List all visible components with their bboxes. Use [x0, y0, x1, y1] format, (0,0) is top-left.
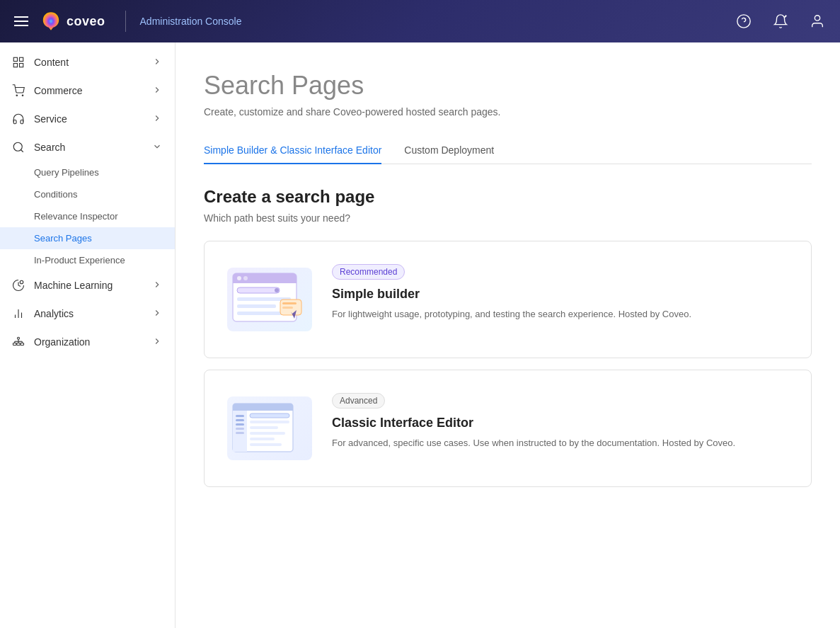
simple-builder-card[interactable]: Recommended Simple builder For lightweig… — [204, 241, 812, 358]
sidebar-item-in-product-experience[interactable]: In-Product Experience — [0, 249, 175, 271]
svg-line-3 — [785, 16, 787, 18]
headset-icon — [11, 112, 25, 126]
sidebar-commerce-label: Commerce — [34, 85, 144, 96]
sidebar-item-search[interactable]: Search — [0, 133, 175, 161]
svg-point-28 — [237, 276, 241, 280]
chevron-right-icon — [152, 336, 163, 348]
chevron-right-icon — [152, 85, 163, 96]
classic-interface-description: For advanced, specific use cases. Use wh… — [332, 436, 788, 450]
classic-interface-illustration — [227, 393, 312, 464]
svg-rect-45 — [236, 423, 244, 426]
sidebar-org-label: Organization — [34, 336, 144, 348]
sidebar-service-label: Service — [34, 113, 144, 125]
sidebar-item-content[interactable]: Content — [0, 48, 175, 76]
chevron-right-icon — [152, 280, 163, 291]
sidebar: Content Commerce Service — [0, 42, 176, 628]
svg-rect-49 — [250, 421, 289, 423]
admin-console-title: Administration Console — [140, 16, 242, 27]
sidebar-item-organization[interactable]: Organization — [0, 328, 175, 356]
page-subtitle: Create, customize and share Coveo-powere… — [204, 106, 812, 118]
relevance-inspector-label: Relevance Inspector — [34, 211, 118, 222]
sidebar-content-label: Content — [34, 57, 144, 68]
logo-text: coveo — [67, 14, 105, 29]
svg-point-1 — [737, 15, 750, 28]
svg-point-10 — [22, 95, 23, 96]
create-section-title: Create a search page — [204, 187, 812, 207]
main-content: Search Pages Create, customize and share… — [176, 42, 840, 628]
org-icon — [11, 335, 25, 349]
svg-rect-5 — [13, 57, 17, 61]
create-section-subtitle: Which path best suits your need? — [204, 212, 812, 224]
svg-rect-19 — [17, 343, 21, 346]
svg-rect-44 — [236, 419, 244, 421]
sidebar-item-relevance-inspector[interactable]: Relevance Inspector — [0, 205, 175, 227]
advanced-badge: Advanced — [332, 393, 385, 409]
in-product-experience-label: In-Product Experience — [34, 255, 125, 266]
svg-rect-43 — [236, 415, 244, 417]
svg-point-9 — [16, 95, 18, 96]
svg-point-4 — [815, 16, 819, 21]
svg-point-31 — [275, 288, 279, 292]
svg-rect-41 — [233, 409, 293, 411]
shopping-icon — [11, 84, 25, 98]
svg-rect-30 — [237, 287, 280, 293]
svg-rect-50 — [250, 426, 278, 429]
grid-icon — [11, 55, 25, 69]
ml-icon — [11, 278, 25, 292]
svg-rect-27 — [233, 279, 297, 283]
recommended-badge: Recommended — [332, 264, 405, 280]
svg-rect-33 — [237, 304, 276, 308]
page-title: Search Pages — [204, 71, 812, 101]
svg-point-17 — [18, 337, 20, 339]
header-actions — [732, 10, 829, 33]
tab-simple-builder[interactable]: Simple Builder & Classic Interface Edito… — [204, 137, 381, 164]
search-pages-label: Search Pages — [34, 233, 92, 244]
sidebar-item-machine-learning[interactable]: Machine Learning — [0, 271, 175, 299]
svg-rect-20 — [21, 343, 24, 346]
sidebar-ml-label: Machine Learning — [34, 280, 144, 291]
classic-interface-card[interactable]: Advanced Classic Interface Editor For ad… — [204, 370, 812, 487]
chevron-right-icon — [152, 113, 163, 125]
notifications-button[interactable] — [769, 10, 792, 33]
svg-rect-36 — [282, 302, 297, 304]
header: coveo Administration Console — [0, 0, 840, 42]
sidebar-item-query-pipelines[interactable]: Query Pipelines — [0, 161, 175, 183]
header-divider — [125, 11, 126, 32]
sidebar-search-label: Search — [34, 142, 144, 153]
tabs-container: Simple Builder & Classic Interface Edito… — [204, 137, 812, 164]
simple-builder-description: For lightweight usage, prototyping, and … — [332, 307, 788, 321]
svg-rect-6 — [20, 57, 23, 61]
svg-rect-7 — [13, 64, 17, 67]
user-profile-button[interactable] — [806, 10, 829, 33]
analytics-icon — [11, 307, 25, 321]
simple-builder-title: Simple builder — [332, 287, 788, 302]
classic-interface-content: Advanced Classic Interface Editor For ad… — [332, 393, 788, 450]
svg-rect-34 — [237, 312, 283, 315]
classic-interface-title: Classic Interface Editor — [332, 416, 788, 430]
svg-rect-18 — [13, 343, 17, 346]
tab-custom-deployment[interactable]: Custom Deployment — [404, 137, 494, 164]
sidebar-item-search-pages[interactable]: Search Pages — [0, 227, 175, 249]
svg-point-13 — [20, 280, 23, 284]
sidebar-item-commerce[interactable]: Commerce — [0, 76, 175, 105]
svg-rect-47 — [236, 432, 244, 434]
sidebar-item-conditions[interactable]: Conditions — [0, 183, 175, 205]
svg-rect-48 — [250, 413, 289, 418]
help-button[interactable] — [732, 10, 755, 33]
query-pipelines-label: Query Pipelines — [34, 167, 99, 178]
sidebar-item-analytics[interactable]: Analytics — [0, 299, 175, 328]
sidebar-analytics-label: Analytics — [34, 308, 144, 319]
conditions-label: Conditions — [34, 189, 77, 200]
menu-toggle-button[interactable] — [11, 13, 31, 29]
simple-builder-content: Recommended Simple builder For lightweig… — [332, 264, 788, 321]
chevron-right-icon — [152, 308, 163, 319]
logo: coveo — [40, 10, 105, 33]
svg-rect-53 — [250, 443, 282, 446]
chevron-right-icon — [152, 57, 163, 68]
sidebar-item-service[interactable]: Service — [0, 105, 175, 133]
svg-rect-46 — [236, 428, 244, 430]
svg-rect-8 — [20, 64, 23, 67]
svg-point-11 — [13, 142, 22, 151]
chevron-down-icon — [152, 142, 163, 153]
svg-point-29 — [243, 276, 248, 280]
